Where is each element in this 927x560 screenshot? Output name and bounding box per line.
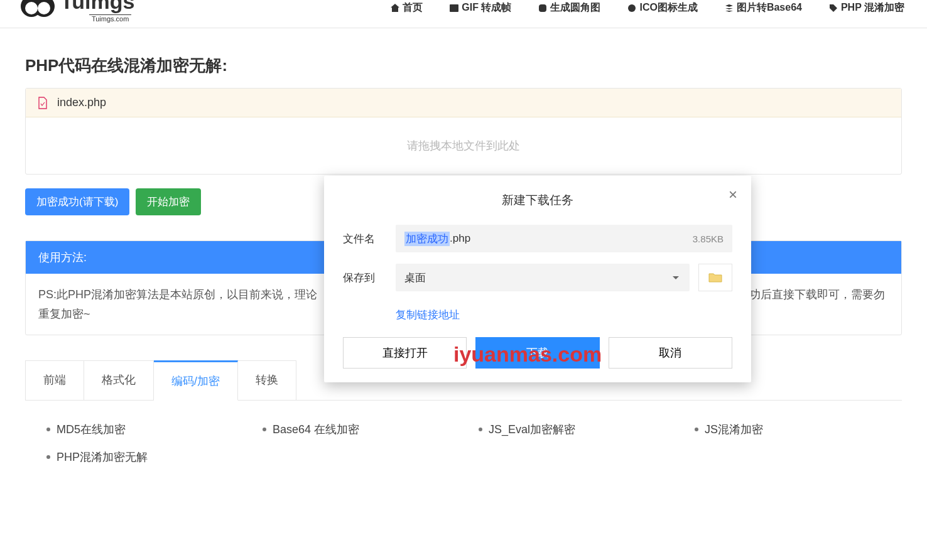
logo[interactable]: Tuimgs Tuimgs.com (19, 0, 134, 19)
uploaded-filename: index.php (57, 96, 106, 109)
svg-rect-6 (450, 4, 458, 12)
nav-home[interactable]: 首页 (386, 0, 426, 17)
saveto-label: 保存到 (343, 271, 387, 285)
browse-folder-button[interactable] (698, 264, 732, 291)
tab-encode[interactable]: 编码/加密 (154, 360, 238, 401)
nav-ico-label: ICO图标生成 (639, 1, 697, 14)
nav-gif-label: GIF 转成帧 (462, 1, 511, 14)
tool-md5[interactable]: MD5在线加密 (31, 416, 247, 443)
download-result-button[interactable]: 加密成功(请下载) (25, 188, 129, 215)
saveto-value: 桌面 (404, 271, 426, 285)
nav-ico[interactable]: ICO图标生成 (623, 0, 701, 17)
home-icon (390, 3, 400, 13)
logo-icon (19, 0, 57, 19)
tab-frontend[interactable]: 前端 (25, 360, 84, 401)
folder-icon (708, 272, 722, 283)
page-title: PHP代码在线混淆加密无解: (25, 55, 902, 77)
tool-base64[interactable]: Base64 在线加密 (247, 416, 464, 443)
tab-convert[interactable]: 转换 (238, 360, 296, 401)
nav-php-label: PHP 混淆加密 (841, 1, 904, 14)
close-icon[interactable]: × (729, 187, 737, 202)
copy-link[interactable]: 复制链接地址 (396, 308, 460, 322)
filename-input[interactable]: 加密成功 .php 3.85KB (396, 225, 732, 252)
logo-text: Tuimgs (60, 0, 134, 14)
nav-home-label: 首页 (403, 1, 423, 14)
svg-point-2 (25, 2, 38, 14)
chevron-down-icon (671, 272, 681, 283)
logo-subtext: Tuimgs.com (89, 14, 132, 23)
tool-list: MD5在线加密 Base64 在线加密 JS_Eval加密解密 JS混淆加密 P… (25, 401, 902, 486)
svg-point-8 (628, 4, 636, 12)
stack-icon (724, 3, 734, 13)
dialog-title: 新建下载任务 (343, 192, 732, 208)
nav-php[interactable]: PHP 混淆加密 (825, 0, 908, 17)
start-encrypt-button[interactable]: 开始加密 (136, 188, 201, 215)
cancel-button[interactable]: 取消 (609, 337, 732, 369)
tag-icon (828, 3, 838, 13)
nav-circle[interactable]: 生成圆角图 (534, 0, 604, 17)
open-direct-button[interactable]: 直接打开 (343, 337, 467, 369)
nav-base64-label: 图片转Base64 (737, 1, 802, 14)
tool-jseval[interactable]: JS_Eval加密解密 (464, 416, 680, 443)
tool-phpobf[interactable]: PHP混淆加密无解 (31, 443, 247, 471)
nav-circle-label: 生成圆角图 (550, 1, 600, 14)
upload-panel: index.php 请拖拽本地文件到此处 (25, 88, 902, 175)
filename-label: 文件名 (343, 232, 387, 246)
filename-ext: .php (450, 232, 470, 245)
image-icon (449, 3, 459, 13)
download-button[interactable]: 下载 (475, 337, 599, 369)
download-dialog: × 新建下载任务 文件名 加密成功 .php 3.85KB 保存到 桌面 复制链… (324, 176, 751, 382)
svg-rect-7 (539, 4, 546, 12)
nav-base64[interactable]: 图片转Base64 (720, 0, 806, 17)
drop-area[interactable]: 请拖拽本地文件到此处 (26, 117, 901, 174)
file-size: 3.85KB (693, 234, 724, 244)
tool-jsobf[interactable]: JS混淆加密 (680, 416, 896, 443)
svg-point-3 (38, 2, 50, 14)
filename-selection: 加密成功 (404, 232, 450, 246)
file-icon (37, 97, 48, 109)
nav-gif[interactable]: GIF 转成帧 (445, 0, 515, 17)
saveto-select[interactable]: 桌面 (396, 264, 690, 291)
usage-left: PS:此PHP混淆加密算法是本站原创，以目前来说，理论 (38, 288, 317, 301)
tab-format[interactable]: 格式化 (84, 360, 154, 401)
rounded-icon (538, 3, 548, 13)
cog-icon (627, 3, 637, 13)
